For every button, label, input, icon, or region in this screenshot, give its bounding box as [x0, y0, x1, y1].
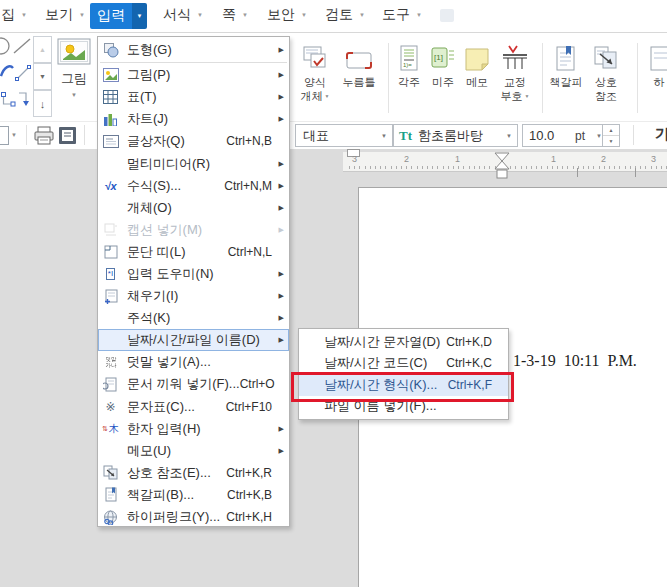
memo-button[interactable]: 메모 [460, 39, 494, 89]
cross-reference-icon [593, 39, 619, 71]
ribbon-separator [388, 43, 389, 113]
menu-item-bookmark[interactable]: 책갈피(B)... Ctrl+K,B [98, 484, 289, 506]
menu-item-equation[interactable]: √x 수식(S)... Ctrl+N,M ▶ [98, 175, 289, 197]
menu-tab-security[interactable]: 보안 ▼ [267, 6, 307, 24]
chevron-down-icon[interactable]: ▼ [376, 133, 392, 139]
menu-item-hyperlink[interactable]: 하이퍼링크(Y)... Ctrl+K,H [98, 506, 289, 528]
form-object-icon [302, 39, 328, 71]
scroll-bottom-button[interactable]: ↓ [33, 90, 52, 117]
font-size-combo[interactable]: 10.0 pt ▼ [522, 124, 608, 147]
chevron-down-icon[interactable]: ▼ [79, 12, 85, 18]
clipped-icon[interactable] [0, 126, 9, 145]
chevron-down-icon[interactable]: ▼ [416, 12, 422, 18]
caption-icon [102, 222, 119, 238]
insert-document-icon [102, 376, 119, 392]
menu-item-shapes[interactable]: 도형(G) ▶ [98, 39, 289, 61]
chart-icon [102, 111, 119, 127]
ribbon-separator [637, 43, 638, 113]
scroll-down-button[interactable]: ▼ [33, 63, 52, 90]
menu-tab-page[interactable]: 쪽 ▼ [222, 6, 248, 24]
document-text: 1-3-19 10:11 P.M. [513, 352, 637, 370]
style-preset-combo[interactable]: 대표 ▼ [295, 124, 393, 147]
menu-item-object[interactable]: 개체(O) ▶ [98, 197, 289, 219]
bookmark-button[interactable]: 책갈피 [546, 39, 586, 89]
footnote-button[interactable]: 1)= 각주 [392, 39, 426, 89]
submenu-item-date-time-format[interactable]: 날짜/시간 형식(K)... Ctrl+K,F [299, 374, 508, 396]
horizontal-ruler: 3 2 1 1 2 3 [343, 152, 667, 172]
stepper-up-icon[interactable]: ▲ [603, 125, 619, 136]
menu-tab-home[interactable]: 집 ▼ [1, 6, 27, 24]
ribbon-separator [542, 43, 543, 113]
menu-item-date-time-filename[interactable]: 날짜/시간/파일 이름(D) ▶ [98, 329, 289, 351]
chevron-down-icon[interactable]: ▼ [301, 12, 307, 18]
preview-button[interactable] [58, 126, 77, 145]
chevron-down-icon[interactable]: ▼ [132, 3, 147, 29]
menu-tab-review[interactable]: 검토 ▼ [325, 6, 365, 24]
form-object-button[interactable]: 양식 개체▼ [296, 39, 334, 103]
submenu-item-date-time-code[interactable]: 날짜/시간 코드(C) Ctrl+K,C [299, 353, 508, 375]
chevron-down-icon[interactable]: ▼ [525, 89, 530, 103]
submenu-item-insert-filename[interactable]: 파일 이름 넣기(F)... [299, 396, 508, 418]
insert-picture-button[interactable]: 그림 ▼ [53, 38, 95, 116]
menu-item-ruby-text[interactable]: 덧말가나 덧말 넣기(A)... [98, 351, 289, 373]
font-name-combo[interactable]: Tt 함초롬바탕 ▼ [393, 124, 518, 147]
chevron-down-icon[interactable]: ▼ [359, 12, 365, 18]
menu-item-paragraph-band[interactable]: 문단 띠(L) Ctrl+N,L [98, 241, 289, 263]
ruby-text-icon: 덧말가나 [102, 354, 119, 370]
submenu-arrow-icon: ▶ [272, 292, 284, 300]
menu-item-picture[interactable]: 그림(P) ▶ [98, 64, 289, 86]
submenu-arrow-icon: ▶ [272, 182, 284, 190]
chevron-down-icon[interactable]: ▼ [242, 12, 248, 18]
menu-item-fill[interactable]: 채우기(I) ▶ [98, 285, 289, 307]
fill-icon [102, 288, 119, 304]
menu-item-cross-reference[interactable]: 상호 참조(E)... Ctrl+K,R [98, 462, 289, 484]
cross-reference-icon [102, 465, 119, 481]
submenu-arrow-icon: ▶ [272, 46, 284, 54]
push-frame-button[interactable]: 누름틀 [336, 39, 382, 89]
submenu-item-date-time-string[interactable]: 날짜/시간 문자열(D) Ctrl+K,D [299, 331, 508, 353]
menu-tab-format[interactable]: 서식 ▼ [163, 6, 203, 24]
chevron-down-icon[interactable]: ▼ [501, 133, 517, 139]
submenu-arrow-icon: ▶ [272, 204, 284, 212]
menu-tab-input-active[interactable]: 입력 ▼ [90, 3, 147, 29]
cross-reference-button[interactable]: 상호 참조 [586, 39, 626, 103]
bold-button[interactable]: 가 [655, 125, 667, 144]
date-time-filename-submenu: 날짜/시간 문자열(D) Ctrl+K,D 날짜/시간 코드(C) Ctrl+K… [298, 328, 509, 420]
svg-text:1)=: 1)= [403, 62, 412, 68]
submenu-arrow-icon: ▶ [272, 226, 284, 234]
menu-item-chart[interactable]: 차트(J) ▶ [98, 108, 289, 130]
scroll-up-button[interactable]: ▲ [33, 36, 52, 63]
chevron-down-icon[interactable]: ▼ [21, 12, 27, 18]
scroll-down-icon: ▼ [39, 73, 46, 80]
menu-item-annotation[interactable]: 주석(K) ▶ [98, 307, 289, 329]
truncated-button[interactable]: 하 [644, 39, 667, 89]
menu-item-insert-document[interactable]: 문서 끼워 넣기(F)... Ctrl+O [98, 373, 289, 395]
menu-item-hanja-input[interactable]: ⇅木 한자 입력(H) ▶ [98, 418, 289, 440]
endnote-button[interactable]: [1] 미주 [426, 39, 460, 89]
font-size-stepper[interactable]: ▲ ▼ [602, 124, 620, 147]
menu-item-input-assistant[interactable]: *I 입력 도우미(N) ▶ [98, 263, 289, 285]
ruler-number: 2 [404, 154, 409, 164]
stepper-down-icon[interactable]: ▼ [603, 136, 619, 146]
draw-tools-icons[interactable] [0, 36, 33, 116]
menu-tab-tools[interactable]: 도구 ▼ [382, 6, 422, 24]
chevron-down-icon[interactable]: ▼ [325, 89, 330, 103]
proof-marks-button[interactable]: 교정 부호▼ [494, 39, 536, 103]
print-button[interactable] [34, 126, 54, 145]
menu-item-character-map[interactable]: ※ 문자표(C)... Ctrl+F10 [98, 396, 289, 418]
chevron-down-icon[interactable]: ▼ [11, 132, 17, 138]
menu-tab-view[interactable]: 보기 ▼ [45, 6, 85, 24]
chevron-down-icon[interactable]: ▼ [197, 12, 203, 18]
proof-marks-icon [501, 39, 529, 71]
icon-spacer [102, 156, 119, 172]
chevron-down-icon[interactable]: ▼ [71, 92, 77, 98]
menu-item-multimedia[interactable]: 멀티미디어(R) ▶ [98, 152, 289, 174]
menu-item-table[interactable]: 표(T) ▶ [98, 86, 289, 108]
ruler-number: 3 [352, 154, 357, 164]
menu-item-memo[interactable]: 메모(U) ▶ [98, 440, 289, 462]
tab-tick [635, 168, 636, 177]
push-frame-icon [344, 39, 374, 71]
submenu-arrow-icon: ▶ [272, 314, 284, 322]
menu-item-textbox[interactable]: 글상자(Q) Ctrl+N,B [98, 130, 289, 152]
indent-marker[interactable] [493, 152, 511, 180]
